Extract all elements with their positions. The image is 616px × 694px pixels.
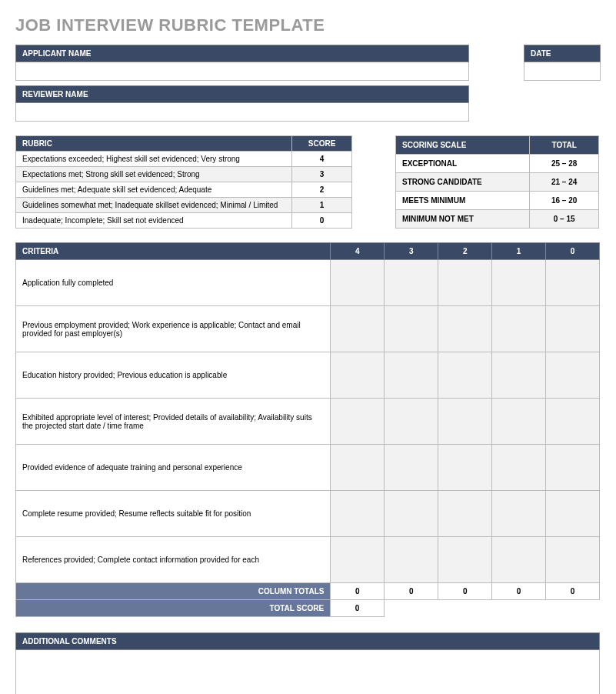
total-score-row: TOTAL SCORE 0	[15, 599, 385, 617]
applicant-name-input[interactable]	[15, 62, 469, 81]
table-row: Guidelines somewhat met; Inadequate skil…	[16, 198, 352, 213]
column-totals-row: COLUMN TOTALS 0 0 0 0 0	[16, 583, 600, 600]
criteria-row: Education history provided; Previous edu…	[16, 352, 600, 399]
table-row: MINIMUM NOT MET0 – 15	[396, 210, 599, 229]
table-row: Inadequate; Incomplete; Skill set not ev…	[16, 213, 352, 229]
criteria-col-0: 0	[546, 243, 600, 260]
table-row: STRONG CANDIDATE21 – 24	[396, 173, 599, 192]
table-row: Expectations met; Strong skill set evide…	[16, 167, 352, 182]
page-title: JOB INTERVIEW RUBRIC TEMPLATE	[15, 15, 601, 35]
applicant-name-label: APPLICANT NAME	[15, 45, 469, 62]
table-row: Expectations exceeded; Highest skill set…	[16, 152, 352, 167]
reviewer-name-label: REVIEWER NAME	[15, 85, 469, 103]
additional-comments-label: ADDITIONAL COMMENTS	[15, 632, 600, 650]
criteria-row: Exhibited appropriate level of interest;…	[16, 399, 600, 445]
scoring-scale-header: SCORING SCALE	[396, 136, 530, 155]
criteria-row: Complete resume provided; Resume reflect…	[16, 491, 600, 537]
date-label: DATE	[524, 45, 601, 62]
reviewer-name-input[interactable]	[15, 103, 469, 122]
criteria-row: Previous employment provided; Work exper…	[16, 306, 600, 352]
criteria-table: CRITERIA 4 3 2 1 0 Application fully com…	[15, 242, 600, 600]
total-header: TOTAL	[530, 136, 599, 155]
additional-comments-input[interactable]	[15, 650, 600, 694]
scoring-table: SCORING SCALE TOTAL EXCEPTIONAL25 – 28 S…	[395, 135, 599, 229]
table-row: MEETS MINIMUM16 – 20	[396, 192, 599, 210]
score-header: SCORE	[292, 136, 352, 152]
criteria-col-4: 4	[331, 243, 385, 260]
criteria-col-2: 2	[438, 243, 492, 260]
rubric-table: RUBRIC SCORE Expectations exceeded; High…	[15, 135, 352, 229]
table-row: EXCEPTIONAL25 – 28	[396, 155, 599, 173]
criteria-header: CRITERIA	[16, 243, 331, 260]
table-row: Guidelines met; Adequate skill set evide…	[16, 182, 352, 198]
criteria-row: Provided evidence of adequate training a…	[16, 445, 600, 491]
criteria-row: Application fully completed	[16, 260, 600, 306]
criteria-col-1: 1	[492, 243, 546, 260]
criteria-row: References provided; Complete contact in…	[16, 537, 600, 583]
criteria-col-3: 3	[385, 243, 438, 260]
date-input[interactable]	[524, 62, 601, 81]
rubric-header: RUBRIC	[16, 136, 292, 152]
